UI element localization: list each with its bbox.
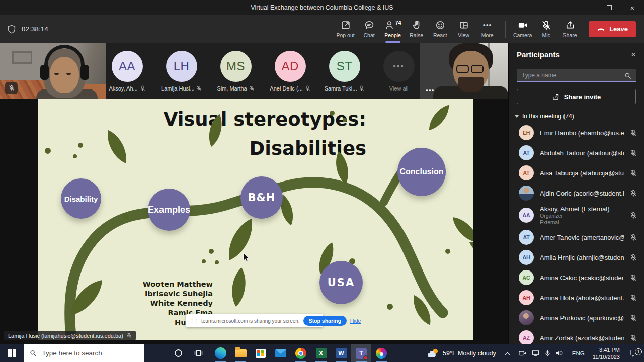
avatar: EH (519, 125, 534, 140)
avatar-strip: AA Aksoy, Ah... LH Lamija Husi... MS Sim… (106, 43, 420, 99)
share-invite-button[interactable]: Share invite (517, 89, 636, 104)
tray-mic-icon[interactable] (545, 350, 550, 357)
raise-hand-button[interactable]: Raise (405, 17, 428, 41)
video-tile-right[interactable]: ••• (420, 43, 508, 99)
view-button[interactable]: View (452, 17, 475, 41)
word-icon: W (336, 348, 347, 358)
picture-frame (12, 51, 32, 64)
action-center-button[interactable]: 1 (624, 349, 644, 357)
stop-sharing-button[interactable]: Stop sharing (303, 316, 347, 326)
taskbar-file-explorer[interactable] (230, 344, 251, 362)
edge-icon (215, 347, 226, 359)
teams-meeting-window: Virtual Exchange between Columbia Colleg… (0, 0, 644, 362)
vine-decoration (38, 99, 473, 340)
participant-row[interactable]: AH Amina Hota (ahota@student.ius.... (509, 288, 644, 308)
leave-button[interactable]: Leave (589, 21, 636, 37)
react-button[interactable]: React (428, 17, 452, 41)
tile-more-ellipsis-icon[interactable]: ••• (426, 87, 435, 93)
tile-mic-muted-badge (5, 82, 18, 94)
mic-muted-icon (9, 85, 15, 91)
more-button[interactable]: ••• More (475, 17, 499, 41)
participant-row[interactable]: Ajdin Coric (acoric@student.ius.... (509, 183, 644, 203)
avatar-cell-sim[interactable]: MS Sim, Martha (215, 51, 257, 92)
drag-grip-icon[interactable]: ⋮⋮ (190, 319, 198, 323)
taskbar-teams-active[interactable]: T (351, 344, 371, 362)
taskbar-edge[interactable] (210, 344, 230, 362)
taskbar-paint[interactable] (371, 344, 391, 362)
mic-muted-icon (249, 85, 255, 91)
participant-row[interactable]: AT Amer Tanovic (amertanovic@stu... (509, 227, 644, 247)
people-icon (384, 20, 394, 30)
participant-row[interactable]: EH Emir Hambo (ehambo@ius.edu.... (509, 123, 644, 143)
participant-role: Organizer (540, 213, 624, 219)
avatar: AC (519, 270, 534, 285)
popout-button[interactable]: Pop out (334, 17, 357, 41)
taskbar-excel[interactable]: X (311, 344, 331, 362)
taskbar-clock[interactable]: 3:41 PM 11/10/2023 (589, 346, 624, 360)
mic-button[interactable]: Mic (534, 17, 558, 41)
avatar-cell-samra[interactable]: ST Samra Tuki... (324, 51, 366, 92)
task-view-icon (194, 349, 203, 357)
slide-node-usa: USA (319, 261, 363, 304)
hide-banner-link[interactable]: Hide (350, 318, 361, 324)
avatar: ST (329, 51, 360, 82)
cortana-icon (175, 349, 182, 357)
mic-muted-icon (630, 149, 637, 156)
share-screen-icon (565, 20, 575, 30)
participant-row[interactable]: AT Aisa Tabucija (atabucija@student... (509, 163, 644, 183)
mic-muted-icon (630, 274, 637, 281)
participant-row[interactable]: Amina Purkovic (apurkovic@stu... (509, 308, 644, 328)
participant-search-input[interactable] (517, 69, 636, 82)
chat-button[interactable]: Chat (357, 17, 381, 41)
video-tile-left[interactable] (0, 43, 106, 99)
participant-row[interactable]: AZ Amir Zorlak (azorlak@student.iu... (509, 328, 644, 344)
taskbar-search-input[interactable] (41, 349, 138, 357)
participant-row-organizer[interactable]: AA Aksoy, Ahmet (External) Organizer Ext… (509, 203, 644, 227)
microsoft-store-icon (256, 349, 266, 358)
slide-authors: Wooten Matthew Ibrisevic Suhejla White K… (143, 280, 213, 318)
maximize-button[interactable] (598, 0, 621, 15)
taskbar-store[interactable] (251, 344, 271, 362)
paint-icon (376, 348, 387, 359)
panel-close-icon[interactable]: × (631, 50, 636, 59)
avatar-name: Sim, Martha (217, 85, 247, 92)
task-view-button[interactable] (188, 344, 208, 362)
minimize-button[interactable]: – (575, 0, 598, 15)
mic-muted-icon (630, 212, 637, 219)
people-button[interactable]: 74 People (381, 17, 405, 41)
participant-row[interactable]: AT Abdulah Taifour (ataifour@stude... (509, 143, 644, 163)
close-button[interactable]: × (621, 0, 644, 15)
participant-origin: External (540, 219, 624, 226)
search-icon (624, 72, 631, 79)
presenter-name-label: Lamija Husic (lamijahusic@student.ius.ed… (4, 331, 136, 340)
share-button[interactable]: Share (558, 17, 582, 41)
language-indicator[interactable]: ENG (568, 350, 589, 356)
tray-expand-button[interactable] (501, 351, 514, 355)
taskbar-chrome[interactable] (291, 344, 311, 362)
file-explorer-icon (235, 349, 247, 357)
avatar: AZ (519, 330, 534, 344)
in-this-meeting-header[interactable]: In this meeting (74) (515, 113, 636, 120)
window-title: Virtual Exchange between Columbia Colleg… (0, 4, 575, 11)
weather-widget[interactable]: 59°F Mostly cloudy (423, 349, 501, 358)
taskbar-search[interactable] (24, 344, 144, 362)
avatar-cell-anel[interactable]: AD Anel Delic (... (269, 51, 311, 92)
avatar: AD (275, 51, 306, 82)
camera-icon (518, 20, 528, 30)
view-all-button[interactable]: ••• View all (378, 51, 420, 92)
avatar-cell-lamija[interactable]: LH Lamija Husi... (160, 51, 203, 92)
mic-muted-icon (630, 190, 637, 197)
camera-button[interactable]: Camera (511, 17, 534, 41)
tray-speaker-icon[interactable] (556, 350, 564, 356)
taskbar-word[interactable]: W (331, 344, 351, 362)
cortana-button[interactable] (168, 344, 188, 362)
tray-display-icon[interactable] (532, 350, 539, 356)
slide-node-disability: Disability (61, 178, 101, 219)
avatar-cell-aksoy[interactable]: AA Aksoy, Ah... (106, 51, 148, 92)
tray-camera-icon[interactable] (519, 350, 526, 356)
participant-row[interactable]: AC Amina Cakic (acakic@student.ius... (509, 267, 644, 288)
start-button[interactable] (0, 344, 24, 362)
participant-row[interactable]: AH Amila Hrnjic (ahrnjic@student.iu... (509, 247, 644, 267)
taskbar-mail[interactable] (271, 344, 291, 362)
meeting-toolbar: 02:38:14 Pop out Chat 74 (0, 15, 644, 43)
